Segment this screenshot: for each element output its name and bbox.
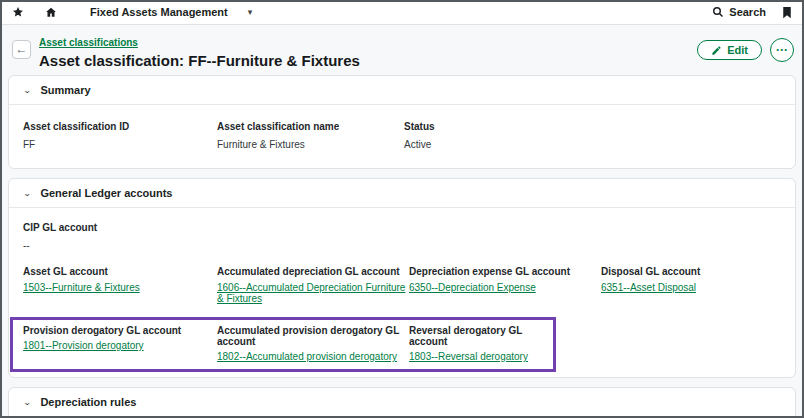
field-value: -- <box>23 240 781 251</box>
edit-label: Edit <box>727 44 748 56</box>
field-label: Asset GL account <box>23 266 217 277</box>
gl-account-link[interactable]: 1802--Accumulated provision derogatory <box>217 351 397 362</box>
gl-accounts-card: ⌄ General Ledger accounts CIP GL account… <box>8 178 796 378</box>
gl-account-link[interactable]: 1606--Accumulated Depreciation Furniture… <box>217 282 405 304</box>
field-depreciation-expense-gl-account: Depreciation expense GL account 6350--De… <box>409 266 601 304</box>
field-label: Asset classification name <box>217 121 404 132</box>
field-value: FF <box>23 139 217 150</box>
highlight-box-derogatory-accounts: Provision derogatory GL account 1801--Pr… <box>10 317 556 372</box>
gl-title: General Ledger accounts <box>40 187 172 199</box>
page-header: ← Asset classifications Asset classifica… <box>0 25 804 75</box>
collapse-chevron-icon[interactable]: ⌄ <box>23 398 31 407</box>
field-provision-derogatory-gl-account: Provision derogatory GL account 1801--Pr… <box>23 325 217 362</box>
field-label: CIP GL account <box>23 222 781 233</box>
top-bar: Fixed Assets Management ▾ Search <box>0 0 804 25</box>
title-block: Asset classifications Asset classificati… <box>39 32 360 69</box>
field-asset-gl-account: Asset GL account 1503--Furniture & Fixtu… <box>23 266 217 304</box>
search-icon <box>712 6 724 18</box>
field-value: Furniture & Fixtures <box>217 139 404 150</box>
field-cip-gl-account: CIP GL account -- <box>23 222 781 251</box>
field-disposal-gl-account: Disposal GL account 6351--Asset Disposal <box>601 266 781 304</box>
field-label: Reversal derogatory GL account <box>409 325 553 347</box>
breadcrumb[interactable]: Asset classifications <box>39 37 138 48</box>
page-title: Asset classification: FF--Furniture & Fi… <box>39 52 360 69</box>
field-status: Status Active <box>404 121 781 150</box>
field-label: Accumulated depreciation GL account <box>217 266 409 277</box>
gl-account-link[interactable]: 1803--Reversal derogatory <box>409 351 528 362</box>
more-actions-button[interactable]: ··· <box>770 38 794 62</box>
app-title: Fixed Assets Management <box>90 6 228 18</box>
back-button[interactable]: ← <box>12 40 31 59</box>
status-value: Active <box>404 139 781 150</box>
pencil-icon <box>711 45 722 56</box>
field-asset-classification-name: Asset classification name Furniture & Fi… <box>217 121 404 150</box>
edit-button[interactable]: Edit <box>697 40 762 60</box>
gl-account-link[interactable]: 6350--Depreciation Expense <box>409 282 536 293</box>
search-button[interactable]: Search <box>712 6 766 18</box>
field-reversal-derogatory-gl-account: Reversal derogatory GL account 1803--Rev… <box>409 325 553 362</box>
app-switcher-chevron-icon[interactable]: ▾ <box>248 7 253 17</box>
search-label: Search <box>729 6 766 18</box>
field-label: Status <box>404 121 781 132</box>
depreciation-title: Depreciation rules <box>40 396 136 408</box>
field-label: Disposal GL account <box>601 266 781 277</box>
field-label: Provision derogatory GL account <box>23 325 217 336</box>
favorites-star-icon[interactable] <box>12 6 24 18</box>
collapse-chevron-icon[interactable]: ⌄ <box>23 86 31 95</box>
summary-title: Summary <box>40 84 90 96</box>
bookmark-icon[interactable] <box>782 6 792 19</box>
depreciation-rules-card: ⌄ Depreciation rules Depreciation ... ↑ <box>8 387 796 418</box>
field-accumulated-provision-derogatory-gl-account: Accumulated provision derogatory GL acco… <box>217 325 409 362</box>
summary-card: ⌄ Summary Asset classification ID FF Ass… <box>8 75 796 169</box>
gl-account-link[interactable]: 1503--Furniture & Fixtures <box>23 282 140 293</box>
collapse-chevron-icon[interactable]: ⌄ <box>23 189 31 198</box>
field-accumulated-depreciation-gl-account: Accumulated depreciation GL account 1606… <box>217 266 409 304</box>
gl-account-link[interactable]: 6351--Asset Disposal <box>601 282 696 293</box>
field-label: Depreciation expense GL account <box>409 266 601 277</box>
field-label: Asset classification ID <box>23 121 217 132</box>
gl-account-link[interactable]: 1801--Provision derogatory <box>23 340 144 351</box>
field-label: Accumulated provision derogatory GL acco… <box>217 325 409 347</box>
field-asset-classification-id: Asset classification ID FF <box>23 121 217 150</box>
home-icon[interactable] <box>44 6 58 19</box>
